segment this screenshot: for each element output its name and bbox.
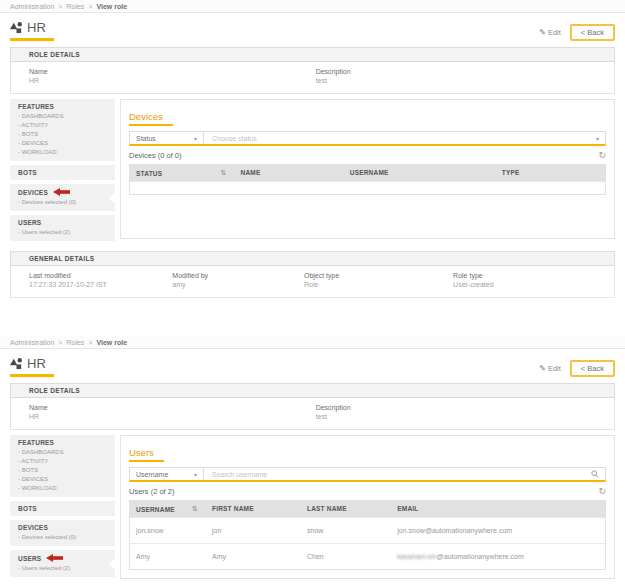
search-username-input[interactable]: Search username: [204, 471, 591, 478]
sidebar-subitem: - ACTIVITY: [18, 121, 107, 130]
features-subitems: - DASHBOARDS - ACTIVITY - BOTS - DEVICES…: [18, 112, 107, 157]
active-section-notch: [109, 557, 116, 571]
field-value: HR: [29, 77, 316, 84]
column-header-name[interactable]: NAME: [235, 165, 344, 181]
panel-title: Devices: [129, 111, 173, 126]
role-details-box: Name HR Description test: [10, 398, 615, 430]
sidebar-item-bots[interactable]: BOTS: [10, 501, 115, 516]
column-label: STATUS: [136, 170, 162, 177]
edit-button[interactable]: ✎ Edit: [539, 28, 561, 37]
status-filter-dropdown[interactable]: Status ▾: [130, 132, 204, 144]
cell-username: Amy: [130, 544, 206, 569]
role-name-title: HR: [27, 356, 46, 371]
field-label: Modified by: [172, 272, 304, 279]
users-count-row: Users (2 of 2) ↻: [129, 487, 606, 496]
field-value: HR: [29, 413, 316, 420]
column-header-status[interactable]: STATUS ⇅: [130, 165, 235, 181]
red-annotation-arrow-icon: [53, 188, 70, 196]
refresh-icon[interactable]: ↻: [598, 487, 606, 496]
breadcrumb: Administration > Roles > View role: [0, 336, 625, 349]
sidebar-item-devices[interactable]: DEVICES - Devices selected (0): [10, 520, 115, 546]
search-button[interactable]: [591, 470, 605, 478]
role-details-box: Name HR Description test: [10, 62, 615, 94]
sidebar-subitem: - DEVICES: [18, 475, 107, 484]
sidebar-subitem: - Devices selected (0): [18, 533, 107, 542]
main-content: FEATURES - DASHBOARDS - ACTIVITY - BOTS …: [10, 435, 615, 581]
role-description-field: Description test: [316, 404, 614, 420]
users-count: Users (2 of 2): [129, 487, 174, 496]
header-actions: ✎ Edit < Back: [539, 356, 615, 377]
field-label: Name: [29, 68, 316, 75]
column-header-username[interactable]: USERNAME: [344, 165, 496, 181]
choose-status-input[interactable]: Choose status: [204, 135, 596, 142]
sidebar-item-devices[interactable]: DEVICES - Devices selected (0): [10, 184, 115, 211]
sort-icon[interactable]: ⇅: [192, 505, 198, 513]
sidebar-section-title: BOTS: [18, 505, 37, 512]
breadcrumb-roles[interactable]: Roles: [66, 3, 84, 10]
sidebar-item-features[interactable]: FEATURES - DASHBOARDS - ACTIVITY - BOTS …: [10, 99, 115, 161]
field-label: Last modified: [29, 272, 172, 279]
sidebar-subitem: - Devices selected (0): [18, 198, 107, 207]
main-content: FEATURES - DASHBOARDS - ACTIVITY - BOTS …: [10, 99, 615, 245]
sidebar-subitem: - BOTS: [18, 466, 107, 475]
sidebar-subitem: - Users selected (2): [18, 564, 107, 573]
sidebar-section-title: BOTS: [18, 169, 37, 176]
table-row[interactable]: jon.snow jon snow jon.snow@automationany…: [130, 517, 605, 543]
page-header: HR ✎ Edit < Back: [0, 13, 625, 41]
chevron-down-icon: ▾: [194, 471, 197, 478]
table-row[interactable]: Amy Amy Chen kaushani.sm@automationanywh…: [130, 543, 605, 569]
cell-first-name: jon: [206, 518, 301, 543]
column-header-last-name[interactable]: LAST NAME: [301, 501, 391, 517]
sidebar-item-users[interactable]: USERS - Users selected (2): [10, 215, 115, 241]
sort-icon[interactable]: ⇅: [220, 169, 226, 177]
sidebar-section-title: USERS: [18, 219, 41, 226]
edit-button[interactable]: ✎ Edit: [539, 364, 561, 373]
breadcrumb-administration[interactable]: Administration: [10, 339, 54, 346]
sidebar-subitem: - DASHBOARDS: [18, 448, 107, 457]
chevron-down-icon: ▾: [194, 135, 197, 142]
role-type-field: Role type User-created: [453, 272, 614, 288]
last-modified-field: Last modified 17:27:33 2017-10-27 IST: [29, 272, 172, 288]
chevron-down-icon: ▾: [596, 135, 599, 142]
empty-table-row: [130, 181, 605, 194]
sidebar-section-title: FEATURES: [18, 439, 54, 446]
sidebar-item-bots[interactable]: BOTS: [10, 165, 115, 180]
column-header-username[interactable]: USERNAME ⇅: [130, 501, 206, 517]
column-header-type[interactable]: TYPE: [496, 165, 605, 181]
breadcrumb-view-role: View role: [96, 3, 127, 10]
breadcrumb-separator: >: [88, 3, 92, 10]
page-title: HR: [10, 20, 54, 41]
sidebar-subitem: - BOTS: [18, 130, 107, 139]
field-value: test: [316, 413, 614, 420]
field-label: Object type: [304, 272, 453, 279]
devices-panel: Devices Status ▾ Choose status ▾ Devices…: [120, 99, 615, 239]
column-header-first-name[interactable]: FIRST NAME: [206, 501, 301, 517]
general-details-box: Last modified 17:27:33 2017-10-27 IST Mo…: [10, 266, 615, 298]
column-header-email[interactable]: EMAIL: [391, 501, 605, 517]
breadcrumb-separator: >: [88, 339, 92, 346]
edit-button-label: Edit: [548, 364, 561, 373]
sidebar-section-title: FEATURES: [18, 103, 54, 110]
sidebar-subitem: - WORKLOAD: [18, 148, 107, 157]
refresh-icon[interactable]: ↻: [598, 151, 606, 160]
sidebar-item-users[interactable]: USERS - Users selected (2): [10, 550, 115, 577]
page-title: HR: [10, 356, 54, 377]
devices-table-header: STATUS ⇅ NAME USERNAME TYPE: [130, 165, 605, 181]
role-details-header: ROLE DETAILS: [10, 383, 615, 398]
field-label: Role type: [453, 272, 614, 279]
back-button[interactable]: < Back: [570, 24, 615, 41]
breadcrumb-roles[interactable]: Roles: [66, 339, 84, 346]
sidebar-item-features[interactable]: FEATURES - DASHBOARDS - ACTIVITY - BOTS …: [10, 435, 115, 497]
sidebar-section-title: DEVICES: [18, 189, 48, 196]
view-role-screen-users: Administration > Roles > View role HR ✎ …: [0, 336, 625, 585]
devices-table: STATUS ⇅ NAME USERNAME TYPE: [129, 164, 606, 195]
role-name-field: Name HR: [29, 68, 316, 84]
filter-end-control[interactable]: ▾: [596, 135, 605, 142]
back-button[interactable]: < Back: [570, 360, 615, 377]
breadcrumb-administration[interactable]: Administration: [10, 3, 54, 10]
dropdown-value: Username: [136, 471, 168, 478]
cell-last-name: Chen: [301, 544, 391, 569]
sidebar-subitem: - DASHBOARDS: [18, 112, 107, 121]
search-icon: [591, 470, 599, 478]
username-filter-dropdown[interactable]: Username ▾: [130, 468, 204, 480]
